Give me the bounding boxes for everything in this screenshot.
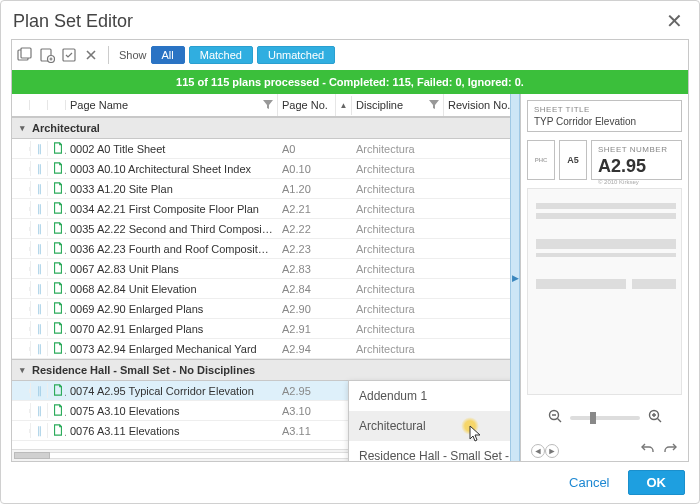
drag-handle-icon[interactable]: ∥ (30, 181, 48, 196)
table-row[interactable]: ∥0069 A2.90 Enlarged PlansA2.90Architect… (12, 299, 510, 319)
group-label: Architectural (32, 122, 100, 134)
row-expand[interactable] (12, 389, 30, 393)
drag-handle-icon[interactable]: ∥ (30, 201, 48, 216)
splitter-handle[interactable]: ▶ (510, 94, 520, 461)
sort-asc-icon: ▲ (340, 101, 348, 110)
dropdown-option[interactable]: Architectural (349, 411, 510, 441)
table-row[interactable]: ∥0003 A0.10 Architectural Sheet IndexA0.… (12, 159, 510, 179)
drag-handle-icon[interactable]: ∥ (30, 261, 48, 276)
content-area: Page Name Page No. ▲ Discipline Revision… (11, 94, 689, 462)
row-expand[interactable] (12, 187, 30, 191)
filter-unmatched-button[interactable]: Unmatched (257, 46, 335, 64)
table-row[interactable]: ∥0002 A0 Title SheetA0Architectura (12, 139, 510, 159)
row-expand[interactable] (12, 409, 30, 413)
redo-icon[interactable] (662, 441, 678, 461)
drag-handle-icon[interactable]: ∥ (30, 301, 48, 316)
cell-page-name: 0036 A2.23 Fourth and Roof Composite Flo… (66, 241, 278, 257)
filter-icon[interactable] (263, 100, 273, 110)
row-expand[interactable] (12, 429, 30, 433)
filter-icon[interactable] (429, 100, 439, 110)
col-icon (48, 100, 66, 110)
cell-page-name: 0074 A2.95 Typical Corridor Elevation (66, 383, 278, 399)
zoom-in-icon[interactable] (648, 409, 662, 427)
ok-button[interactable]: OK (628, 470, 686, 495)
zoom-slider[interactable] (570, 416, 640, 420)
cell-page-name: 0070 A2.91 Enlarged Plans (66, 321, 278, 337)
zoom-out-icon[interactable] (548, 409, 562, 427)
col-page-name[interactable]: Page Name (66, 94, 278, 116)
table-row[interactable]: ∥0068 A2.84 Unit ElevationA2.84Architect… (12, 279, 510, 299)
drag-handle-icon[interactable]: ∥ (30, 423, 48, 438)
table-row[interactable]: ∥0034 A2.21 First Composite Floor PlanA2… (12, 199, 510, 219)
show-label: Show (119, 49, 147, 61)
next-page-icon[interactable]: ► (545, 444, 559, 458)
cell-revision (444, 207, 510, 211)
row-expand[interactable] (12, 287, 30, 291)
add-sheet-icon[interactable] (38, 46, 56, 64)
col-expand[interactable] (12, 100, 30, 110)
cell-revision (444, 147, 510, 151)
col-page-no[interactable]: Page No. (278, 94, 336, 116)
cell-page-name: 0069 A2.90 Enlarged Plans (66, 301, 278, 317)
table-row[interactable]: ∥0035 A2.22 Second and Third Composite F… (12, 219, 510, 239)
row-expand[interactable] (12, 147, 30, 151)
undo-icon[interactable] (640, 441, 656, 461)
dropdown-option[interactable]: Addendum 1 (349, 381, 510, 411)
clear-icon[interactable] (82, 46, 100, 64)
preview-nav: ◄ ► (527, 439, 682, 461)
cell-discipline: Architectura (352, 161, 444, 177)
group-label: Residence Hall - Small Set - No Discipli… (32, 364, 255, 376)
cell-page-no: A1.20 (278, 181, 336, 197)
group-row[interactable]: ▾Residence Hall - Small Set - No Discipl… (12, 359, 510, 381)
cell-page-name: 0003 A0.10 Architectural Sheet Index (66, 161, 278, 177)
copyright: © 2010 Kirksey (598, 179, 675, 185)
drag-handle-icon[interactable]: ∥ (30, 403, 48, 418)
svg-rect-1 (21, 48, 31, 58)
group-row[interactable]: ▾Architectural (12, 117, 510, 139)
check-sheet-icon[interactable] (60, 46, 78, 64)
drag-handle-icon[interactable]: ∥ (30, 221, 48, 236)
cancel-button[interactable]: Cancel (563, 474, 615, 491)
side-box-b: A5 (559, 140, 587, 180)
filter-matched-button[interactable]: Matched (189, 46, 253, 64)
row-expand[interactable] (12, 247, 30, 251)
drag-handle-icon[interactable]: ∥ (30, 161, 48, 176)
drag-handle-icon[interactable]: ∥ (30, 341, 48, 356)
drag-handle-icon[interactable]: ∥ (30, 321, 48, 336)
table-row[interactable]: ∥0070 A2.91 Enlarged PlansA2.91Architect… (12, 319, 510, 339)
cell-page-no: A3.10 (278, 403, 336, 419)
drag-handle-icon[interactable]: ∥ (30, 281, 48, 296)
table-row[interactable]: ∥0073 A2.94 Enlarged Mechanical YardA2.9… (12, 339, 510, 359)
row-expand[interactable] (12, 327, 30, 331)
cursor-arrow-icon (469, 425, 483, 446)
collapse-icon[interactable]: ▾ (16, 123, 28, 133)
row-expand[interactable] (12, 307, 30, 311)
col-revision-no[interactable]: Revision No. (444, 94, 510, 116)
cell-revision (444, 167, 510, 171)
row-expand[interactable] (12, 167, 30, 171)
document-icon (48, 140, 66, 158)
close-icon[interactable]: ✕ (662, 9, 687, 33)
dropdown-option[interactable]: Residence Hall - Small Set - No Discipli… (349, 441, 510, 461)
filter-all-button[interactable]: All (151, 46, 185, 64)
row-expand[interactable] (12, 347, 30, 351)
table-row[interactable]: ∥0036 A2.23 Fourth and Roof Composite Fl… (12, 239, 510, 259)
grid-header-row: Page Name Page No. ▲ Discipline Revision… (12, 94, 510, 117)
cell-page-name: 0075 A3.10 Elevations (66, 403, 278, 419)
plan-thumbnail[interactable] (527, 188, 682, 395)
table-row[interactable]: ∥0033 A1.20 Site PlanA1.20Architectura (12, 179, 510, 199)
collapse-icon[interactable]: ▾ (16, 365, 28, 375)
drag-handle-icon[interactable]: ∥ (30, 241, 48, 256)
drag-handle-icon[interactable]: ∥ (30, 383, 48, 398)
table-row[interactable]: ∥0067 A2.83 Unit PlansA2.83Architectura (12, 259, 510, 279)
cell-revision (444, 307, 510, 311)
discipline-dropdown[interactable]: Addendum 1ArchitecturalResidence Hall - … (348, 380, 510, 461)
drag-handle-icon[interactable]: ∥ (30, 141, 48, 156)
prev-page-icon[interactable]: ◄ (531, 444, 545, 458)
col-page-no-filter[interactable]: ▲ (336, 96, 352, 115)
row-expand[interactable] (12, 207, 30, 211)
row-expand[interactable] (12, 267, 30, 271)
stack-icon[interactable] (16, 46, 34, 64)
col-discipline[interactable]: Discipline (352, 94, 444, 116)
row-expand[interactable] (12, 227, 30, 231)
